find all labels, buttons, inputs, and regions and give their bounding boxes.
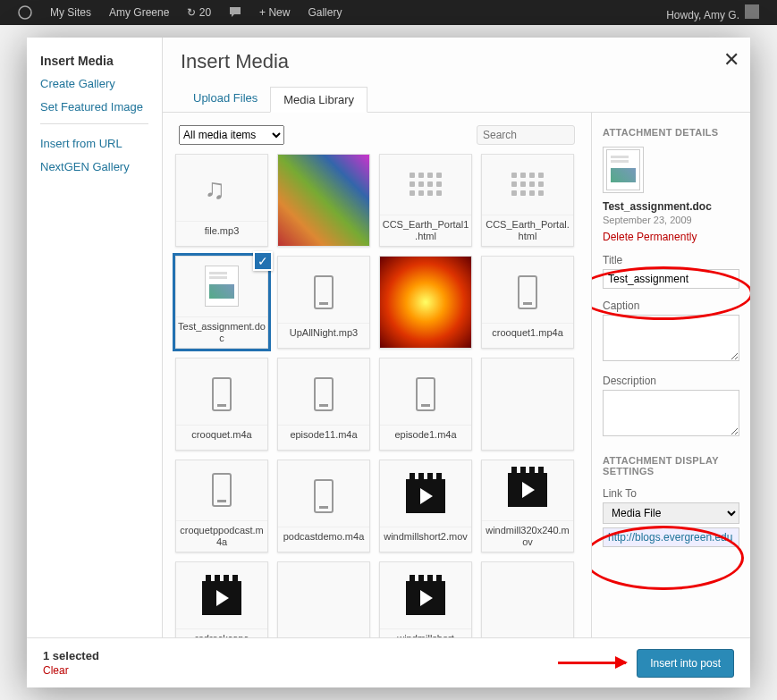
tile-caption: episode1.m4a — [380, 425, 471, 444]
insert-into-post-button[interactable]: Insert into post — [637, 649, 734, 678]
attachment-details: ATTACHMENT DETAILS Test_assignment.doc S… — [591, 113, 750, 687]
video-icon — [406, 581, 445, 615]
media-tile[interactable]: windmillshort2.mov — [379, 460, 472, 552]
media-filter-select[interactable]: All media items — [179, 125, 284, 145]
media-tile[interactable] — [481, 358, 574, 451]
caption-label: Caption — [603, 299, 739, 312]
comments-icon[interactable] — [220, 6, 250, 20]
gallery-link[interactable]: Gallery — [299, 6, 350, 19]
media-tile[interactable]: file.mp3 — [175, 154, 268, 247]
media-icon — [212, 473, 232, 507]
media-icon — [314, 275, 334, 309]
tab-upload-files[interactable]: Upload Files — [181, 86, 270, 112]
media-icon — [212, 377, 232, 411]
my-sites-link[interactable]: My Sites — [41, 6, 100, 19]
check-icon[interactable]: ✓ — [253, 251, 273, 271]
site-name-link[interactable]: Amy Greene — [100, 6, 178, 19]
clear-selection-link[interactable]: Clear — [43, 664, 99, 677]
media-tile[interactable]: crooquet.m4a — [175, 358, 268, 451]
audio-icon — [204, 173, 240, 208]
media-tile[interactable]: windmill320x240.mov — [481, 460, 574, 552]
modal-main: ✕ Insert Media Upload Files Media Librar… — [163, 38, 750, 687]
image-thumbnail — [278, 155, 369, 246]
modal-title: Insert Media — [181, 50, 732, 73]
media-icon — [314, 479, 334, 513]
media-grid: file.mp3CCS_Earth_Portal1.htmlCCS_Earth_… — [175, 154, 579, 654]
media-tile[interactable]: crooquet1.mp4a — [481, 256, 574, 349]
media-icon — [518, 275, 537, 309]
tile-caption: crooquet.m4a — [176, 425, 267, 444]
url-display[interactable] — [603, 527, 739, 547]
image-thumbnail — [380, 257, 471, 348]
media-tile[interactable]: episode11.m4a — [277, 358, 370, 451]
attachment-date: September 23, 2009 — [603, 215, 739, 225]
sidebar-link-create-gallery[interactable]: Create Gallery — [40, 77, 148, 92]
grid-icon — [511, 173, 544, 196]
attachment-filename: Test_assignment.doc — [603, 200, 739, 213]
tile-caption: croquetppodcast.m4a — [176, 520, 267, 552]
tile-caption: file.mp3 — [176, 221, 267, 240]
description-label: Description — [603, 375, 739, 387]
tile-caption: episode11.m4a — [278, 425, 369, 444]
attachment-thumb — [603, 147, 644, 193]
avatar — [745, 4, 759, 19]
tabs: Upload Files Media Library — [181, 86, 732, 112]
tile-caption: podcastdemo.m4a — [278, 527, 369, 546]
sidebar-link-insert-from-url[interactable]: Insert from URL — [40, 137, 148, 152]
new-link[interactable]: + New — [250, 6, 299, 19]
sidebar-link-set-featured-image[interactable]: Set Featured Image — [40, 100, 148, 115]
linkto-select[interactable]: Media File — [603, 502, 739, 524]
modal-sidebar: Insert Media Create Gallery Set Featured… — [27, 38, 163, 687]
updates-link[interactable]: ↻ 20 — [178, 6, 220, 19]
media-tile[interactable]: episode1.m4a — [379, 358, 472, 451]
media-tile[interactable]: CCS_Earth_Portal1.html — [379, 154, 472, 247]
video-icon — [406, 479, 445, 513]
media-tile[interactable]: UpAllNight.mp3 — [277, 256, 370, 349]
wp-logo-icon[interactable] — [9, 5, 41, 20]
media-tile[interactable]: croquetppodcast.m4a — [175, 460, 268, 552]
svg-point-0 — [19, 6, 31, 19]
media-tile[interactable]: CCS_Earth_Portal.html — [481, 154, 574, 247]
modal-footer: 1 selected Clear Insert into post — [27, 637, 750, 687]
tile-caption: UpAllNight.mp3 — [278, 323, 369, 342]
sidebar-link-nextgen-gallery[interactable]: NextGEN Gallery — [40, 160, 148, 175]
tile-caption: Test_assignment.doc — [176, 316, 267, 348]
media-tile[interactable]: Test_assignment.doc✓ — [175, 256, 268, 349]
updates-count: 20 — [199, 6, 211, 19]
linkto-label: Link To — [603, 487, 739, 500]
tile-caption: windmillshort2.mov — [380, 527, 471, 546]
tile-caption: windmill320x240.mov — [482, 520, 573, 552]
doc-icon — [606, 149, 640, 190]
media-icon — [416, 377, 435, 411]
media-modal: Insert Media Create Gallery Set Featured… — [27, 38, 750, 687]
delete-permanently-link[interactable]: Delete Permanently — [603, 231, 739, 243]
title-label: Title — [603, 254, 739, 266]
media-tile[interactable]: podcastdemo.m4a — [277, 460, 370, 552]
caption-input[interactable] — [603, 315, 739, 361]
doc-icon — [205, 266, 239, 307]
annotation-arrow — [558, 662, 626, 664]
display-heading: ATTACHMENT DISPLAY SETTINGS — [603, 455, 739, 477]
media-tile[interactable] — [379, 256, 472, 349]
details-heading: ATTACHMENT DETAILS — [603, 127, 739, 138]
title-input[interactable] — [603, 269, 739, 289]
search-input[interactable] — [477, 125, 575, 145]
media-icon — [314, 377, 334, 411]
howdy-link[interactable]: Howdy, Amy G. — [657, 4, 768, 21]
media-browser: All media items file.mp3CCS_Earth_Portal… — [163, 113, 591, 687]
tile-caption: CCS_Earth_Portal.html — [482, 215, 573, 246]
video-icon — [202, 581, 241, 615]
description-input[interactable] — [603, 390, 739, 436]
close-icon[interactable]: ✕ — [723, 48, 739, 72]
tile-caption: CCS_Earth_Portal1.html — [380, 215, 471, 246]
grid-icon — [410, 173, 442, 196]
video-icon — [508, 473, 547, 507]
admin-toolbar: My Sites Amy Greene ↻ 20 + New Gallery H… — [0, 0, 777, 25]
media-tile[interactable] — [277, 154, 370, 247]
sidebar-title: Insert Media — [40, 54, 148, 68]
tab-media-library[interactable]: Media Library — [270, 87, 367, 113]
selected-count: 1 selected — [43, 649, 99, 662]
tile-caption: crooquet1.mp4a — [482, 323, 573, 342]
